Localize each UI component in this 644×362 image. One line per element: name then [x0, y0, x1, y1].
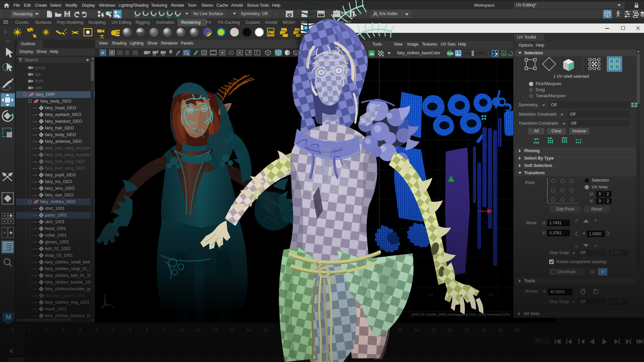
svg-text:y: y	[104, 294, 106, 298]
svg-text:1.0000: 1.0000	[589, 232, 601, 236]
svg-text:x: x	[112, 305, 114, 309]
svg-text:↻: ↻	[584, 291, 586, 293]
